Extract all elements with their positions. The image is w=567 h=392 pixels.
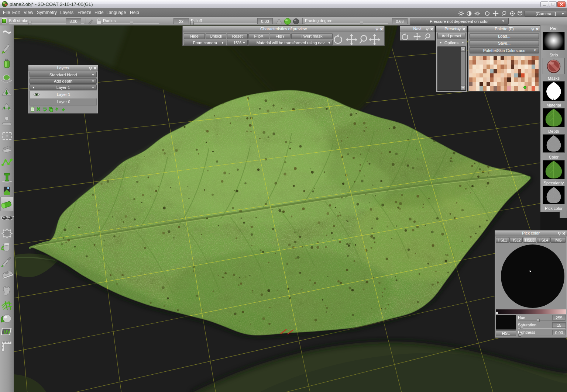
svg-text:UV: UV <box>4 329 10 335</box>
